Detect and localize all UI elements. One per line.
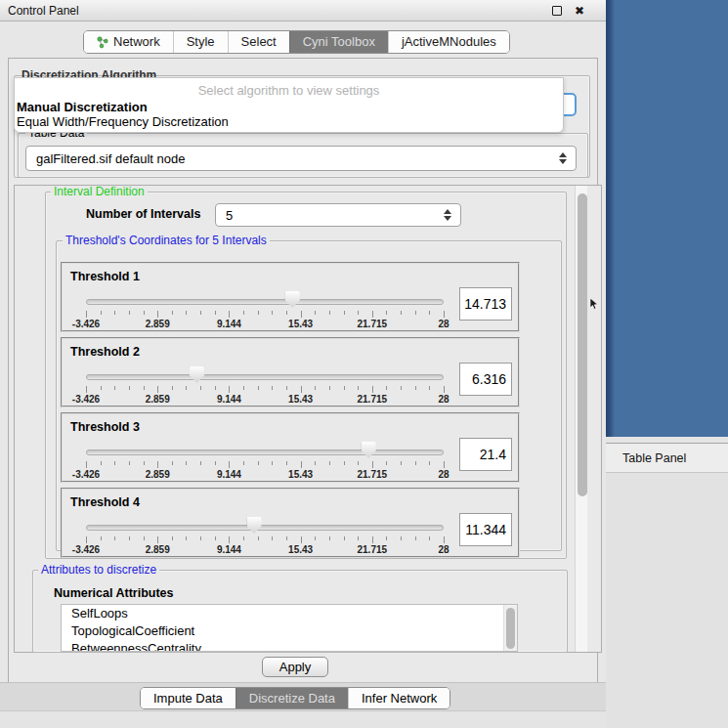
slider-tick bbox=[344, 386, 345, 390]
threshold-panel-1: Threshold 1-3.4262.8599.14415.4321.71528… bbox=[61, 262, 520, 332]
tab-style[interactable]: Style bbox=[173, 31, 228, 53]
slider-tick bbox=[229, 536, 230, 543]
number-of-intervals-combobox[interactable]: 5 bbox=[215, 203, 461, 227]
slider-tick bbox=[372, 311, 373, 318]
slider-tick-label: 9.144 bbox=[217, 394, 241, 405]
network-window-frame: GAL80GACGAL11GAL4GCY1HHAP2 bbox=[606, 0, 728, 437]
tab-label: jActiveMNodules bbox=[402, 31, 496, 53]
slider-tick bbox=[401, 461, 402, 465]
table-panel-title: Table Panel bbox=[622, 444, 686, 473]
tab-jactivemnodules[interactable]: jActiveMNodules bbox=[388, 31, 509, 53]
attribute-list-item[interactable]: BetweennessCentrality bbox=[62, 640, 517, 652]
slider-tick bbox=[86, 311, 87, 318]
slider-tick-label: 28 bbox=[438, 469, 449, 480]
dropdown-item-1[interactable]: Manual Discretization bbox=[17, 100, 148, 114]
table-data-combobox[interactable]: galFiltered.sif default node bbox=[25, 146, 577, 171]
slider-tick bbox=[315, 311, 316, 315]
float-window-icon[interactable] bbox=[552, 6, 562, 16]
tab-network[interactable]: Network bbox=[84, 31, 173, 53]
combo-stepper-icon bbox=[559, 151, 568, 165]
scrollbar-thumb[interactable] bbox=[578, 193, 587, 496]
slider-tick bbox=[157, 386, 158, 393]
threshold-slider-track[interactable] bbox=[86, 299, 444, 305]
slider-tick bbox=[329, 311, 330, 315]
threshold-value-field[interactable]: 11.344 bbox=[459, 513, 512, 546]
threshold-value-field[interactable]: 21.4 bbox=[459, 438, 512, 471]
combo-stepper-icon bbox=[444, 208, 452, 222]
algorithm-placeholder-text: Select algorithm to view settings bbox=[15, 83, 563, 98]
slider-tick bbox=[301, 311, 302, 318]
slider-tick bbox=[215, 386, 216, 390]
tab-impute-data[interactable]: Impute Data bbox=[141, 688, 236, 708]
threshold-slider-thumb[interactable] bbox=[362, 442, 376, 458]
tab-discretize-data[interactable]: Discretize Data bbox=[236, 688, 348, 708]
tab-infer-network[interactable]: Infer Network bbox=[348, 688, 450, 708]
apply-button[interactable]: Apply bbox=[262, 657, 328, 677]
attribute-items: SelfLoopsTopologicalCoefficientBetweenne… bbox=[62, 605, 517, 652]
slider-tick bbox=[386, 386, 387, 390]
panel-vertical-scrollbar[interactable] bbox=[575, 186, 587, 652]
slider-tick-label: 21.715 bbox=[358, 469, 388, 480]
panel-title: Control Panel bbox=[8, 0, 79, 21]
slider-tick bbox=[200, 461, 201, 465]
threshold-value-field[interactable]: 6.316 bbox=[459, 363, 512, 396]
slider-tick bbox=[358, 536, 359, 540]
mouse-cursor-icon bbox=[589, 297, 599, 311]
slider-tick bbox=[401, 386, 402, 390]
slider-tick-label: 9.144 bbox=[217, 319, 241, 329]
slider-tick-label: 21.715 bbox=[358, 394, 388, 405]
threshold-panel-4: Threshold 4-3.4262.8599.14415.4321.71528… bbox=[61, 488, 520, 558]
slider-tick-label: 15.43 bbox=[288, 319, 313, 329]
tab-cyni-toolbox[interactable]: Cyni Toolbox bbox=[289, 31, 388, 53]
attribute-list-item[interactable]: TopologicalCoefficient bbox=[62, 622, 517, 640]
dropdown-item-2[interactable]: Equal Width/Frequency Discretization bbox=[17, 114, 229, 129]
slider-tick bbox=[372, 536, 373, 543]
threshold-slider-track[interactable] bbox=[86, 525, 444, 531]
slider-tick bbox=[301, 461, 302, 468]
threshold-slider-track[interactable] bbox=[86, 450, 444, 455]
attribute-list-item[interactable]: SelfLoops bbox=[62, 605, 517, 622]
table-panel-titlebar: Table Panel bbox=[606, 443, 728, 473]
slider-tick bbox=[372, 461, 373, 468]
slider-tick-label: 9.144 bbox=[217, 544, 241, 555]
slider-tick bbox=[157, 461, 158, 468]
threshold-slider-thumb[interactable] bbox=[285, 291, 300, 308]
slider-tick bbox=[286, 461, 287, 465]
slider-tick bbox=[229, 386, 230, 393]
slider-tick bbox=[272, 311, 273, 315]
tab-select[interactable]: Select bbox=[228, 31, 289, 53]
slider-tick bbox=[344, 536, 345, 540]
threshold-slider-thumb[interactable] bbox=[190, 366, 204, 383]
numerical-attributes-list[interactable]: SelfLoopsTopologicalCoefficientBetweenne… bbox=[61, 604, 518, 652]
scrollbar-thumb[interactable] bbox=[506, 608, 515, 649]
list-vertical-scrollbar[interactable] bbox=[503, 605, 517, 652]
threshold-label: Threshold 4 bbox=[70, 495, 140, 509]
slider-tick bbox=[372, 386, 373, 393]
slider-tick bbox=[229, 311, 230, 318]
close-panel-icon[interactable]: ✖ bbox=[575, 0, 584, 21]
table-panel: ⚙ ☑ ☑ shared... n YDL19...YDL1YDR27...YD… bbox=[606, 473, 728, 728]
slider-tick bbox=[101, 386, 102, 390]
slider-tick bbox=[144, 311, 145, 315]
slider-tick bbox=[315, 386, 316, 390]
slider-tick bbox=[129, 311, 130, 315]
tab-label: Cyni Toolbox bbox=[303, 31, 375, 53]
threshold-slider-track[interactable] bbox=[86, 374, 444, 380]
slider-tick bbox=[344, 461, 345, 465]
slider-tick bbox=[157, 311, 158, 318]
slider-tick bbox=[172, 461, 173, 465]
number-of-intervals-label: Number of Intervals bbox=[86, 207, 200, 221]
slider-tick bbox=[243, 311, 244, 315]
slider-tick bbox=[258, 386, 259, 390]
threshold-value-field[interactable]: 14.713 bbox=[459, 287, 512, 321]
slider-tick bbox=[329, 461, 330, 465]
slider-tick-label: 2.859 bbox=[146, 544, 170, 555]
slider-tick bbox=[329, 386, 330, 390]
slider-tick bbox=[415, 311, 416, 315]
slider-tick bbox=[101, 536, 102, 540]
control-panel-titlebar: Control Panel ✖ bbox=[0, 0, 606, 21]
slider-tick bbox=[429, 311, 430, 315]
slider-tick bbox=[243, 536, 244, 540]
threshold-slider-thumb[interactable] bbox=[247, 517, 262, 534]
slider-tick bbox=[144, 536, 145, 540]
